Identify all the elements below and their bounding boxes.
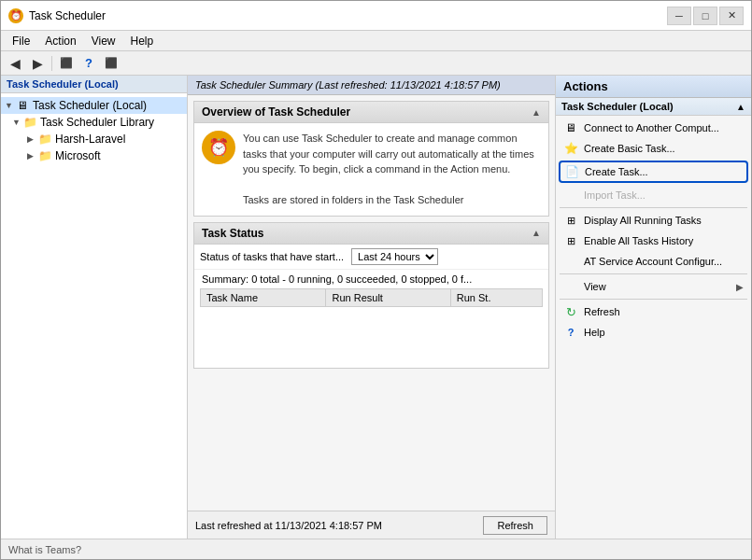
actions-collapse-icon: ▲ [736, 102, 745, 112]
refresh-action-icon: ↻ [563, 304, 578, 319]
action-connect[interactable]: 🖥 Connect to Another Comput... [556, 118, 751, 138]
task-table: Task Name Run Result Run St. [200, 288, 543, 363]
maximize-button[interactable]: □ [693, 7, 717, 25]
action-label-connect: Connect to Another Comput... [584, 122, 719, 133]
expand-icon: ▼ [5, 101, 14, 110]
view-action-icon [563, 279, 578, 294]
help-action-icon: ? [563, 325, 578, 340]
computer-action-icon: 🖥 [563, 120, 578, 135]
help-button[interactable]: ? [78, 54, 99, 73]
tree-item-harsh[interactable]: ▶ 📁 Harsh-Laravel [1, 131, 187, 147]
window-controls: ─ □ ✕ [667, 7, 744, 25]
overview-section: Overview of Task Scheduler ▲ ⏰ You can u… [193, 101, 549, 217]
left-panel: Task Scheduler (Local) ▼ 🖥 Task Schedule… [1, 76, 188, 539]
center-panel: Task Scheduler Summary (Last refreshed: … [188, 76, 555, 539]
task-table-container: Task Name Run Result Run St. [194, 288, 548, 369]
task-status-filter-row: Status of tasks that have start... Last … [194, 245, 548, 270]
action-label-view: View [584, 281, 606, 292]
action-enable-history[interactable]: ⊞ Enable All Tasks History [556, 231, 751, 251]
action-create-basic[interactable]: ⭐ Create Basic Task... [556, 138, 751, 159]
computer-icon: 🖥 [16, 99, 29, 112]
task-status-header[interactable]: Task Status ▲ [194, 223, 548, 245]
action-refresh[interactable]: ↻ Refresh [556, 301, 751, 322]
tree-content: ▼ 🖥 Task Scheduler (Local) ▼ 📁 Task Sche… [1, 93, 187, 539]
overview-title: Overview of Task Scheduler [202, 105, 350, 119]
last-refreshed-text: Last refreshed at 11/13/2021 4:18:57 PM [195, 520, 382, 531]
task-status-section: Task Status ▲ Status of tasks that have … [193, 222, 549, 370]
tree-item-root[interactable]: ▼ 🖥 Task Scheduler (Local) [1, 97, 187, 114]
expand-icon-ms: ▶ [27, 151, 36, 161]
task-status-dropdown[interactable]: Last 24 hours Last Hour Last 7 Days Last… [351, 248, 438, 265]
view-submenu-arrow: ▶ [736, 282, 744, 292]
actions-header: Actions [556, 76, 751, 98]
action-label-refresh: Refresh [584, 306, 620, 317]
tree-header: Task Scheduler (Local) [1, 76, 187, 93]
tree-item-microsoft[interactable]: ▶ 📁 Microsoft [1, 147, 187, 164]
folder-icon-harsh: 📁 [38, 133, 51, 146]
main-window: ⏰ Task Scheduler ─ □ ✕ File Action View … [0, 0, 752, 560]
grid-action-icon: ⊞ [563, 213, 578, 228]
import-action-icon [563, 188, 578, 203]
col-run-result[interactable]: Run Result [326, 288, 450, 306]
status-text: What is Teams? [8, 544, 81, 555]
task-status-title: Task Status [202, 227, 263, 240]
task-status-collapse-icon: ▲ [532, 228, 541, 238]
window-title: Task Scheduler [29, 9, 667, 22]
action-label-create-task: Create Task... [585, 166, 648, 177]
action-label-at: AT Service Account Configur... [584, 256, 722, 267]
tree-item-library[interactable]: ▼ 📁 Task Scheduler Library [1, 114, 187, 131]
tree-label-root: Task Scheduler (Local) [33, 99, 147, 112]
summary-text: Summary: 0 total - 0 running, 0 succeede… [194, 270, 548, 288]
minimize-button[interactable]: ─ [667, 7, 691, 25]
refresh-button[interactable]: Refresh [483, 516, 547, 535]
back-button[interactable]: ◀ [5, 54, 25, 73]
col-run-st[interactable]: Run St. [450, 288, 542, 306]
tree-label-ms: Microsoft [55, 149, 101, 162]
toolbar-sep-1 [51, 56, 52, 71]
paper-action-icon: 📄 [564, 164, 579, 179]
action-create-task[interactable]: 📄 Create Task... [559, 161, 748, 183]
action-label-create-basic: Create Basic Task... [584, 143, 675, 154]
bottom-bar: Last refreshed at 11/13/2021 4:18:57 PM … [188, 511, 555, 539]
action-sep-2 [560, 273, 747, 274]
menu-bar: File Action View Help [1, 31, 751, 51]
actions-subheader: Task Scheduler (Local) ▲ [556, 98, 751, 116]
action-at-service[interactable]: AT Service Account Configur... [556, 251, 751, 272]
star-action-icon: ⭐ [563, 141, 578, 156]
overview-body: ⏰ You can use Task Scheduler to create a… [194, 123, 548, 216]
action-view[interactable]: View ▶ [556, 276, 751, 297]
menu-file[interactable]: File [5, 33, 37, 49]
action-sep-3 [560, 299, 747, 300]
menu-action[interactable]: Action [37, 33, 83, 49]
action-label-display: Display All Running Tasks [584, 215, 702, 226]
expand-icon-lib: ▼ [12, 118, 21, 127]
action-import[interactable]: Import Task... [556, 185, 751, 205]
main-layout: Task Scheduler (Local) ▼ 🖥 Task Schedule… [1, 76, 751, 539]
extra-button[interactable]: ⬛ [101, 54, 121, 73]
forward-button[interactable]: ▶ [27, 54, 48, 73]
tree-label-harsh: Harsh-Laravel [55, 133, 125, 146]
col-task-name[interactable]: Task Name [201, 288, 326, 306]
show-hide-button[interactable]: ⬛ [56, 54, 77, 73]
title-bar: ⏰ Task Scheduler ─ □ ✕ [1, 1, 751, 31]
folder-icon-lib: 📁 [23, 116, 36, 129]
tree-label-library: Task Scheduler Library [40, 116, 154, 129]
expand-icon-harsh: ▶ [27, 134, 36, 144]
task-status-label: Status of tasks that have start... [200, 251, 344, 262]
center-header: Task Scheduler Summary (Last refreshed: … [188, 76, 555, 95]
action-help[interactable]: ? Help [556, 322, 751, 343]
history-action-icon: ⊞ [563, 233, 578, 248]
action-display-running[interactable]: ⊞ Display All Running Tasks [556, 210, 751, 231]
right-panel: Actions Task Scheduler (Local) ▲ 🖥 Conne… [555, 76, 751, 539]
action-label-help: Help [584, 327, 605, 338]
overview-section-header[interactable]: Overview of Task Scheduler ▲ [194, 102, 548, 123]
at-action-icon [563, 254, 578, 269]
app-icon: ⏰ [8, 8, 23, 23]
menu-view[interactable]: View [84, 33, 123, 49]
overview-text: You can use Task Scheduler to create and… [243, 131, 541, 208]
close-button[interactable]: ✕ [719, 7, 744, 25]
center-content: Overview of Task Scheduler ▲ ⏰ You can u… [188, 95, 555, 511]
menu-help[interactable]: Help [123, 33, 162, 49]
actions-list: 🖥 Connect to Another Comput... ⭐ Create … [556, 116, 751, 539]
folder-icon-ms: 📁 [38, 149, 51, 162]
